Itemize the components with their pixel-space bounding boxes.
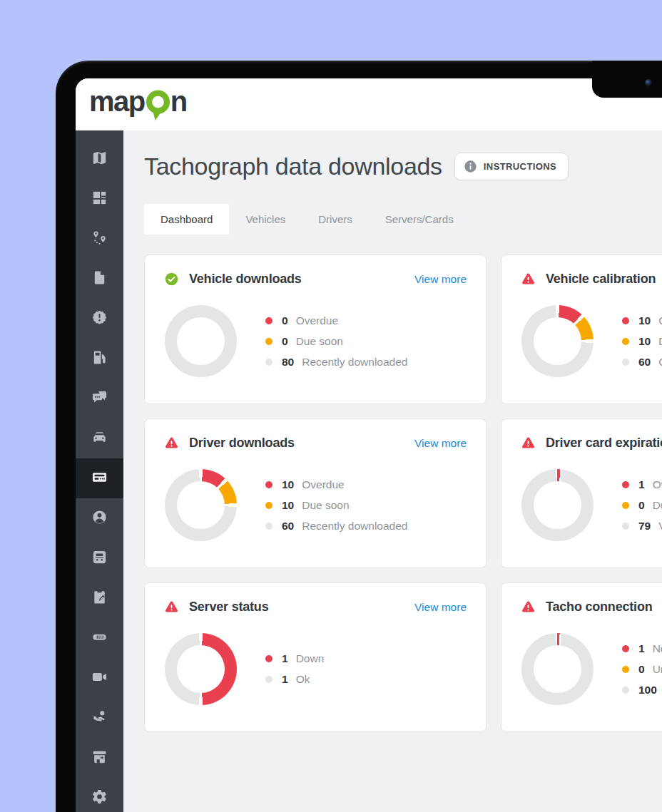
legend-value: 0: [282, 335, 288, 348]
legend-dot: [622, 359, 629, 366]
sidebar-item-tasks[interactable]: [76, 578, 123, 618]
legend-dot: [265, 523, 273, 530]
legend-value: 1: [638, 642, 645, 655]
sidebar-item-dashboard[interactable]: [76, 179, 123, 219]
legend-label: Due soon: [653, 499, 662, 512]
legend-label: Overdue: [658, 314, 662, 327]
legend: 10 Overdue 10 Due soon 60 Recently downl…: [265, 478, 407, 533]
legend-value: 10: [282, 499, 294, 512]
drivers-icon: [91, 509, 108, 528]
instructions-button[interactable]: INSTRUCTIONS: [454, 153, 569, 180]
legend-label: Due soon: [658, 335, 662, 348]
routes-icon: [91, 230, 108, 249]
mapon-logo[interactable]: map n: [89, 87, 187, 122]
camera-notch: [592, 61, 662, 98]
warning-triangle-icon: [521, 600, 536, 615]
sidebar-item-fleet[interactable]: [76, 538, 123, 578]
donut-chart: [165, 469, 237, 541]
legend-item: 1 No connection: [622, 642, 662, 655]
legend-item: 0 Overdue: [265, 314, 407, 327]
legend-label: Overdue: [653, 478, 662, 491]
card-driver-downloads: Driver downloads View more 10 Overdue 10…: [144, 418, 487, 568]
card-driver-card-expiration: Driver card expiration 1 Overdue 0 Due s…: [501, 418, 662, 568]
sidebar-item-drivers[interactable]: [76, 498, 123, 538]
sidebar-item-fuel[interactable]: [76, 339, 123, 379]
alerts-icon: [91, 309, 108, 329]
legend-label: Ok: [296, 673, 310, 686]
legend-value: 0: [638, 499, 645, 512]
legend: 10 Overdue 10 Due soon 60 Ok: [622, 314, 662, 369]
card-title: Vehicle calibration: [546, 272, 656, 287]
card-header: Vehicle calibration: [521, 272, 662, 287]
sidebar-item-settings[interactable]: [76, 778, 123, 812]
view-more-link[interactable]: View more: [414, 273, 467, 286]
sidebar-item-reader[interactable]: [76, 618, 123, 658]
legend-value: 10: [638, 335, 651, 348]
card-header: Driver card expiration: [521, 436, 662, 451]
warning-triangle-icon: [164, 436, 179, 451]
legend-value: 1: [282, 673, 288, 686]
legend-item: 100 Ok: [622, 684, 662, 697]
sidebar-item-routes[interactable]: [76, 219, 123, 259]
sidebar-item-alerts[interactable]: [76, 299, 123, 339]
messages-icon: [91, 389, 108, 408]
service-icon: [91, 709, 108, 728]
sidebar-item-camera[interactable]: [76, 658, 123, 698]
card-vehicle-calibration: Vehicle calibration 10 Overdue 10 Due so…: [501, 255, 662, 404]
info-icon: [464, 160, 477, 173]
tab-servers-cards[interactable]: Servers/Cards: [369, 204, 470, 235]
card-header: Tacho connection: [521, 600, 662, 615]
view-more-link[interactable]: View more: [414, 437, 467, 450]
sidebar-item-vehicles[interactable]: [76, 418, 123, 458]
sidebar-item-tachograph[interactable]: [76, 458, 123, 498]
card-title: Tacho connection: [546, 600, 652, 615]
sidebar-item-messages[interactable]: [76, 379, 123, 418]
legend-dot: [622, 645, 629, 652]
card-body: 1 Overdue 0 Due soon 79 Valid: [521, 469, 662, 541]
tachograph-icon: [91, 469, 108, 488]
logo-text-pre: map: [89, 87, 145, 115]
legend-label: Due soon: [302, 499, 349, 512]
tab-dashboard[interactable]: Dashboard: [144, 204, 229, 235]
card-title: Driver card expiration: [546, 436, 662, 451]
legend-dot: [622, 687, 629, 694]
fuel-icon: [91, 349, 108, 369]
legend-value: 10: [282, 478, 294, 491]
legend-value: 10: [638, 314, 651, 327]
warning-triangle-icon: [164, 600, 179, 615]
legend-label: Recently downloaded: [302, 356, 407, 369]
legend-item: 10 Due soon: [622, 335, 662, 348]
tab-vehicles[interactable]: Vehicles: [229, 204, 302, 235]
legend-dot: [622, 523, 629, 530]
map-icon: [91, 150, 108, 169]
legend-dot: [265, 676, 273, 683]
legend-value: 0: [282, 314, 288, 327]
legend-item: 79 Valid: [622, 520, 662, 533]
legend-value: 80: [282, 356, 294, 369]
legend-item: 1 Down: [265, 652, 324, 665]
sidebar-item-documents[interactable]: [76, 259, 123, 299]
camera-icon: [91, 669, 108, 688]
sidebar-item-service[interactable]: [76, 698, 123, 738]
legend-item: 10 Overdue: [622, 314, 662, 327]
sidebar: [76, 130, 123, 812]
fleet-icon: [91, 549, 108, 568]
legend-dot: [622, 338, 629, 345]
card-title: Server status: [189, 600, 268, 615]
sidebar-item-garage[interactable]: [76, 738, 123, 778]
check-circle-icon: [164, 272, 179, 287]
legend-dot: [265, 317, 273, 324]
legend-label: Ok: [658, 356, 662, 369]
view-more-link[interactable]: View more: [414, 601, 467, 614]
legend: 1 Overdue 0 Due soon 79 Valid: [622, 478, 662, 533]
documents-icon: [91, 269, 108, 289]
legend-dot: [265, 502, 273, 509]
legend-dot: [265, 359, 273, 366]
card-body: 1 Down 1 Ok: [164, 633, 467, 705]
legend-label: Due soon: [296, 335, 343, 348]
sidebar-item-map[interactable]: [76, 139, 123, 179]
legend-dot: [622, 481, 629, 488]
legend-value: 0: [638, 663, 645, 676]
page-background: map n: [0, 0, 662, 812]
tab-drivers[interactable]: Drivers: [302, 204, 369, 235]
